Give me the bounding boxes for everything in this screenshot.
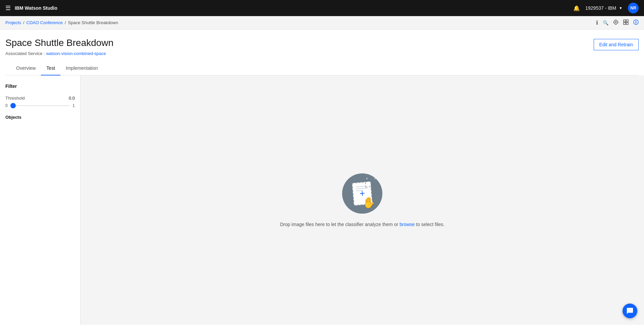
objects-label: Objects xyxy=(5,115,75,120)
tab-implementation[interactable]: Implementation xyxy=(60,61,103,75)
top-navigation: ☰ IBM Watson Studio 🔔 1929537 - IBM ▼ NR xyxy=(0,0,644,16)
svg-marker-11 xyxy=(635,20,637,22)
drop-zone[interactable]: + ✋ Drop image files here to let the cla… xyxy=(80,75,644,325)
drop-text-content: Drop image files here to let the classif… xyxy=(280,222,398,227)
breadcrumb-conference[interactable]: CDAO Conference xyxy=(26,20,63,25)
page-title: Space Shuttle Breakdown xyxy=(5,38,639,48)
search-icon[interactable]: 🔍 xyxy=(603,20,608,25)
chat-button[interactable] xyxy=(623,304,637,318)
breadcrumb-sep-2: / xyxy=(65,20,66,25)
filter-title: Filter xyxy=(5,84,75,89)
associated-service: Associated Service : watson-vision-combi… xyxy=(5,51,639,56)
edit-retrain-button[interactable]: Edit and Retrain xyxy=(594,39,639,50)
account-selector[interactable]: 1929537 - IBM ▼ xyxy=(585,5,623,11)
compass-icon[interactable] xyxy=(633,19,639,26)
svg-point-0 xyxy=(614,20,618,24)
drop-illustration: + ✋ xyxy=(342,173,382,214)
breadcrumb-current: Space Shuttle Breakdown xyxy=(68,20,118,25)
notification-icon[interactable]: 🔔 xyxy=(573,5,580,11)
breadcrumb: Projects / CDAO Conference / Space Shutt… xyxy=(5,20,118,25)
topnav-left: ☰ IBM Watson Studio xyxy=(5,4,57,12)
drop-circle: + ✋ xyxy=(342,173,382,214)
threshold-row: Threshold 0.0 xyxy=(5,96,75,101)
app-title: IBM Watson Studio xyxy=(15,5,57,11)
drop-text-suffix: to select files. xyxy=(416,222,444,227)
svg-rect-9 xyxy=(626,22,628,24)
tab-test[interactable]: Test xyxy=(41,61,60,75)
browse-link[interactable]: browse xyxy=(399,222,415,227)
svg-point-1 xyxy=(615,21,616,23)
service-prefix: Associated Service : xyxy=(5,51,45,56)
target-icon[interactable] xyxy=(613,19,619,26)
threshold-slider[interactable] xyxy=(10,105,70,106)
hand-icon: ✋ xyxy=(362,196,376,209)
info-icon[interactable]: ℹ xyxy=(596,19,598,26)
doc-lines xyxy=(356,185,368,193)
tab-overview[interactable]: Overview xyxy=(11,61,41,75)
svg-rect-7 xyxy=(626,20,628,22)
slider-max-label: 1 xyxy=(72,103,75,108)
breadcrumb-sep-1: / xyxy=(23,20,24,25)
account-label: 1929537 - IBM xyxy=(585,5,616,11)
avatar[interactable]: NR xyxy=(628,3,639,13)
svg-rect-6 xyxy=(624,20,626,22)
threshold-value: 0.0 xyxy=(69,96,75,101)
svg-rect-8 xyxy=(624,22,626,24)
doc-line-2 xyxy=(356,187,368,189)
main-content: Filter Threshold 0.0 0 1 Objects xyxy=(0,75,644,325)
menu-icon[interactable]: ☰ xyxy=(5,4,11,12)
service-link[interactable]: watson-vision-combined-space xyxy=(46,51,106,56)
topnav-right: 🔔 1929537 - IBM ▼ NR xyxy=(573,3,639,13)
chevron-down-icon: ▼ xyxy=(619,6,623,10)
threshold-slider-container: 0 1 xyxy=(5,103,75,108)
slider-min-label: 0 xyxy=(5,103,8,108)
tabs: Overview Test Implementation xyxy=(5,61,639,75)
sidebar: Filter Threshold 0.0 0 1 Objects xyxy=(0,75,80,325)
svg-marker-12 xyxy=(635,22,637,24)
doc-line-1 xyxy=(356,185,368,187)
page-header: Space Shuttle Breakdown Associated Servi… xyxy=(0,30,644,75)
drop-text: Drop image files here to let the classif… xyxy=(280,222,444,227)
breadcrumb-projects[interactable]: Projects xyxy=(5,20,21,25)
breadcrumb-toolbar: ℹ 🔍 xyxy=(596,19,639,26)
threshold-label: Threshold xyxy=(5,96,25,101)
grid-icon[interactable] xyxy=(623,19,629,26)
doc-line-3 xyxy=(356,190,363,191)
breadcrumb-bar: Projects / CDAO Conference / Space Shutt… xyxy=(0,16,644,30)
